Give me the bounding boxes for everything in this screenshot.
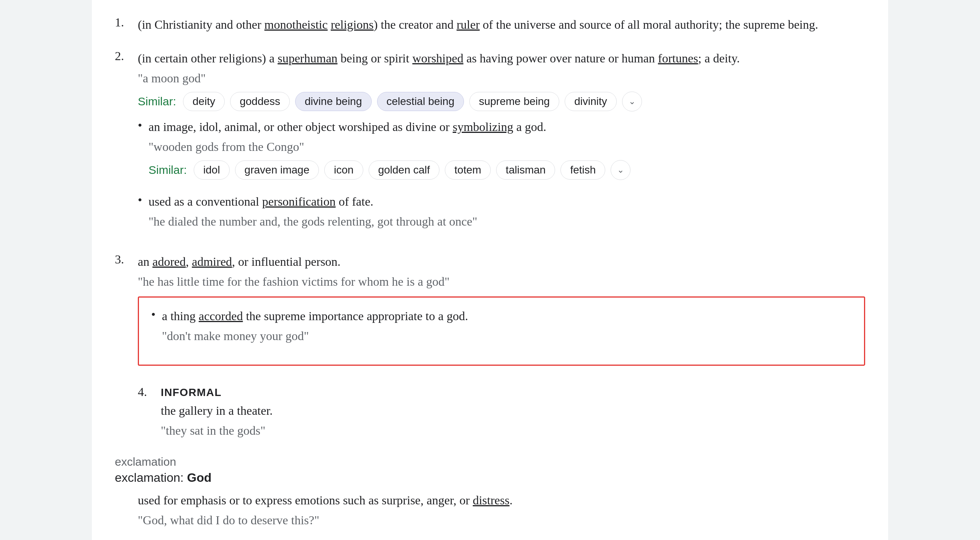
bullet-text-1: an image, idol, animal, or other object … (149, 118, 865, 136)
expand-similar-1-button[interactable]: ⌄ (622, 92, 642, 111)
chip-golden-calf[interactable]: golden calf (369, 160, 439, 180)
def-text-3: an adored, admired, or influential perso… (138, 252, 865, 271)
def-content-3: an adored, admired, or influential perso… (138, 252, 865, 373)
highlighted-bullet-content: a thing accorded the supreme importance … (162, 307, 852, 349)
link-accorded[interactable]: accorded (199, 309, 243, 323)
highlighted-definition-box: • a thing accorded the supreme importanc… (138, 296, 865, 366)
bullet-content-1: an image, idol, animal, or other object … (149, 118, 865, 186)
chip-totem[interactable]: totem (445, 160, 491, 180)
bullet-example-2: "he dialed the number and, the gods rele… (149, 214, 865, 229)
exclamation-word: God (187, 471, 212, 484)
link-admired[interactable]: admired (192, 255, 232, 268)
def-text-1: (in Christianity and other monotheistic … (138, 15, 865, 34)
chip-talisman[interactable]: talisman (496, 160, 555, 180)
bullet-dot-1: • (138, 118, 149, 133)
def-number-2: 2. (115, 49, 138, 63)
link-religions[interactable]: religions (331, 18, 374, 31)
informal-number: 4. (138, 385, 161, 399)
chip-deity[interactable]: deity (183, 92, 225, 111)
exclamation-def-text: used for emphasis or to express emotions… (138, 491, 865, 509)
def-number-3: 3. (115, 252, 138, 267)
informal-section: 4. INFORMAL the gallery in a theater. "t… (138, 385, 865, 444)
sub-bullets-2: • an image, idol, animal, or other objec… (138, 118, 865, 235)
exclamation-def: used for emphasis or to express emotions… (138, 491, 865, 527)
link-adored[interactable]: adored (152, 255, 186, 268)
link-monotheistic[interactable]: monotheistic (265, 18, 328, 31)
exclamation-pos-label: exclamation (115, 455, 865, 468)
definition-item-3: 3. an adored, admired, or influential pe… (115, 252, 865, 373)
exclamation-section: exclamation exclamation: God used for em… (115, 455, 865, 527)
def-example-3: "he has little time for the fashion vict… (138, 275, 865, 289)
def-content-2: (in certain other religions) a superhuma… (138, 49, 865, 241)
informal-content: INFORMAL the gallery in a theater. "they… (161, 385, 273, 444)
informal-def-text: the gallery in a theater. (161, 401, 273, 420)
highlighted-def-text: a thing accorded the supreme importance … (162, 307, 852, 325)
def-example-2: "a moon god" (138, 71, 865, 85)
bullet-example-1: "wooden gods from the Congo" (149, 140, 865, 154)
informal-label: INFORMAL (161, 386, 222, 398)
informal-example: "they sat in the gods" (161, 424, 273, 438)
link-superhuman[interactable]: superhuman (278, 51, 337, 65)
link-personification[interactable]: personification (262, 195, 336, 208)
highlighted-bullets: • a thing accorded the supreme importanc… (151, 307, 852, 349)
similar-label-2: Similar: (149, 164, 187, 177)
similar-row-2: Similar: idol graven image icon golden c… (149, 160, 865, 180)
page-container: 1. (in Christianity and other monotheist… (0, 0, 980, 540)
highlighted-def-example: "don't make money your god" (162, 329, 852, 343)
link-ruler[interactable]: ruler (457, 18, 480, 31)
similar-row-1: Similar: deity goddess divine being cele… (138, 92, 865, 111)
bullet-dot-2: • (138, 193, 149, 207)
definition-item-1: 1. (in Christianity and other monotheist… (115, 15, 865, 38)
link-distress[interactable]: distress (473, 493, 510, 507)
chip-supreme-being[interactable]: supreme being (469, 92, 559, 111)
definition-item-2: 2. (in certain other religions) a superh… (115, 49, 865, 241)
similar-label-1: Similar: (138, 95, 176, 108)
def-text-2: (in certain other religions) a superhuma… (138, 49, 865, 67)
chip-graven-image[interactable]: graven image (235, 160, 319, 180)
bullet-item-1: • an image, idol, animal, or other objec… (138, 118, 865, 186)
bullet-text-2: used as a conventional personification o… (149, 192, 865, 211)
chip-divine-being[interactable]: divine being (295, 92, 371, 111)
bullet-item-2: • used as a conventional personification… (138, 192, 865, 235)
content-area: 1. (in Christianity and other monotheist… (92, 0, 888, 540)
link-symbolizing[interactable]: symbolizing (452, 120, 513, 134)
def-number-1: 1. (115, 15, 138, 29)
exclamation-example: "God, what did I do to deserve this?" (138, 513, 865, 527)
chip-divinity[interactable]: divinity (565, 92, 617, 111)
def-content-1: (in Christianity and other monotheistic … (138, 15, 865, 38)
highlighted-bullet-dot: • (151, 308, 162, 322)
expand-similar-2-button[interactable]: ⌄ (611, 160, 630, 180)
chip-idol[interactable]: idol (194, 160, 230, 180)
exclamation-word-line: exclamation: God (115, 471, 865, 485)
link-worshiped[interactable]: worshiped (412, 51, 463, 65)
chip-celestial-being[interactable]: celestial being (377, 92, 464, 111)
link-fortunes[interactable]: fortunes (658, 51, 698, 65)
chip-fetish[interactable]: fetish (560, 160, 605, 180)
chip-icon[interactable]: icon (324, 160, 363, 180)
bullet-content-2: used as a conventional personification o… (149, 192, 865, 235)
highlighted-bullet-item: • a thing accorded the supreme importanc… (151, 307, 852, 349)
chip-goddess[interactable]: goddess (230, 92, 290, 111)
